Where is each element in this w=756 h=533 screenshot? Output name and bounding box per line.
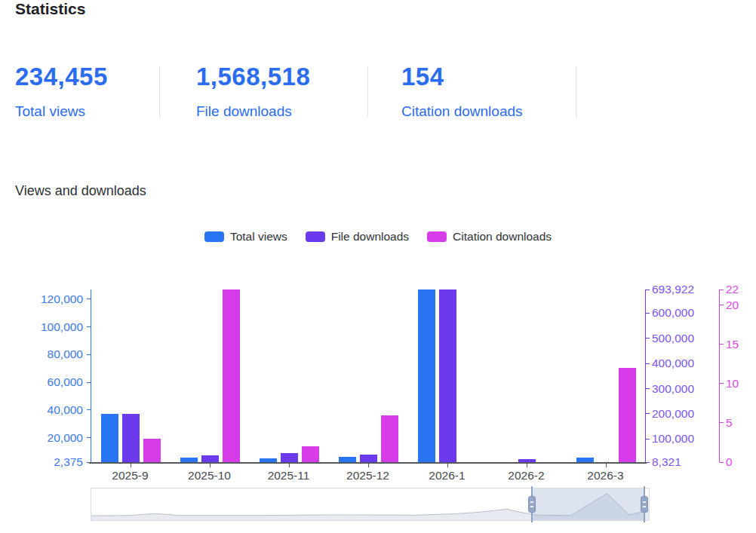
bar-file-downloads-2025-10[interactable] (201, 455, 219, 462)
y-axis-tick (646, 439, 650, 440)
datazoom-track[interactable] (91, 488, 650, 521)
y-axis-label: 60,000 (15, 375, 83, 389)
views-downloads-chart: 2,37520,00040,00060,00080,000100,000120,… (0, 0, 756, 533)
bar-file-downloads-2025-11[interactable] (281, 453, 298, 462)
y-axis-tick (720, 344, 724, 345)
y-axis-tick (87, 299, 91, 299)
y-axis-label: 5 (726, 416, 756, 430)
bar-file-downloads-2025-9[interactable] (122, 414, 140, 462)
x-axis-tick (447, 464, 448, 467)
x-axis-label: 2026-3 (572, 469, 640, 482)
y-axis-label: 100,000 (652, 432, 720, 446)
y-axis-label: 8,321 (652, 455, 720, 469)
y-axis-label: 2,375 (15, 455, 83, 469)
bar-total-views-2025-12[interactable] (339, 457, 356, 462)
y-axis-views (91, 289, 91, 462)
y-axis-label: 15 (726, 338, 756, 351)
y-axis-label: 40,000 (15, 403, 83, 417)
datazoom-right-handle[interactable] (641, 496, 648, 513)
y-axis-tick (87, 382, 91, 383)
y-axis-label: 600,000 (652, 306, 720, 320)
datazoom-window[interactable] (533, 489, 646, 520)
y-axis-tick (720, 462, 724, 463)
bar-citation-downloads-2025-10[interactable] (223, 289, 240, 462)
datazoom-left-handle[interactable] (528, 496, 536, 513)
y-axis-tick (646, 363, 650, 364)
y-axis-tick (87, 326, 91, 327)
y-axis-label: 200,000 (652, 407, 720, 421)
y-axis-tick (720, 305, 724, 305)
y-axis-label: 20 (726, 299, 756, 312)
x-axis-label: 2025-10 (176, 469, 244, 482)
y-axis-label: 20,000 (15, 431, 83, 445)
bar-citation-downloads-2025-11[interactable] (302, 446, 319, 462)
x-axis-label: 2026-2 (493, 469, 561, 482)
bar-total-views-2026-3[interactable] (576, 458, 594, 462)
y-axis-tick (646, 388, 650, 389)
x-axis-tick (527, 464, 527, 467)
y-axis-tick (87, 409, 91, 410)
y-axis-tick (87, 354, 91, 355)
bar-total-views-2026-1[interactable] (418, 289, 435, 462)
y-axis-label: 10 (726, 377, 756, 391)
bar-total-views-2025-11[interactable] (260, 458, 277, 462)
y-axis-label: 0 (726, 455, 756, 469)
y-axis-label: 400,000 (652, 357, 720, 370)
y-axis-tick (87, 437, 91, 438)
x-axis-tick (289, 464, 290, 467)
x-axis-label: 2025-12 (334, 469, 402, 482)
y-axis-label: 300,000 (652, 382, 720, 396)
bar-total-views-2025-9[interactable] (101, 414, 118, 462)
x-axis-tick (131, 464, 131, 467)
y-axis-citations (719, 289, 720, 462)
y-axis-tick (646, 289, 650, 290)
y-axis-tick (646, 313, 650, 314)
x-axis-tick (368, 464, 369, 467)
bar-citation-downloads-2025-9[interactable] (143, 439, 161, 462)
bar-file-downloads-2025-12[interactable] (360, 455, 377, 462)
y-axis-label: 80,000 (15, 348, 83, 361)
bar-file-downloads-2026-2[interactable] (518, 459, 536, 462)
x-axis-label: 2025-9 (97, 469, 164, 482)
x-axis-tick (210, 464, 211, 467)
x-axis-label: 2026-1 (413, 469, 481, 482)
y-axis-label: 693,922 (652, 283, 720, 296)
y-axis-label: 22 (726, 283, 756, 296)
bar-citation-downloads-2025-12[interactable] (381, 415, 398, 462)
y-axis-downloads (645, 289, 646, 462)
y-axis-label: 120,000 (15, 293, 83, 306)
y-axis-label: 500,000 (652, 332, 720, 345)
y-axis-tick (720, 383, 724, 384)
y-axis-tick (720, 422, 724, 423)
x-axis-tick (606, 464, 607, 467)
y-axis-label: 100,000 (15, 320, 83, 334)
bar-total-views-2025-10[interactable] (180, 458, 198, 462)
x-axis-label: 2025-11 (255, 469, 323, 482)
y-axis-tick (646, 413, 650, 414)
bar-citation-downloads-2026-3[interactable] (619, 368, 636, 462)
y-axis-tick (646, 338, 650, 338)
bar-file-downloads-2026-1[interactable] (439, 289, 456, 462)
y-axis-tick (720, 289, 724, 290)
